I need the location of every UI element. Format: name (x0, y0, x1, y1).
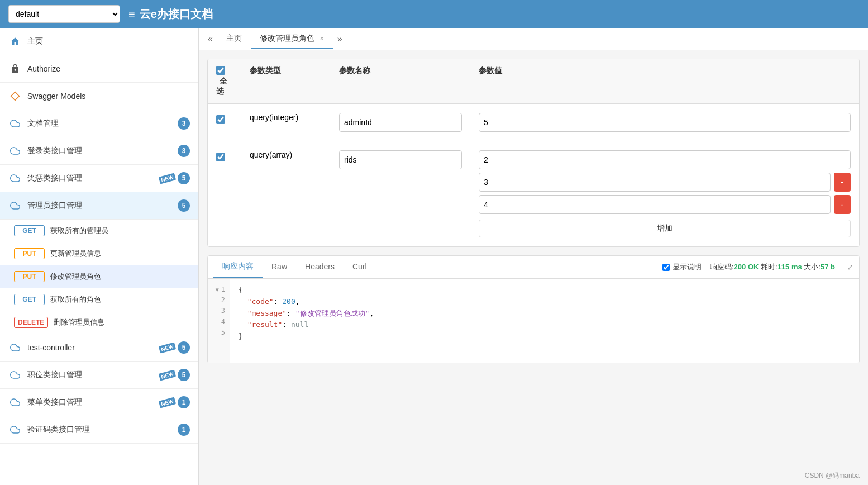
col-header-value: 参数值 (470, 59, 859, 103)
row1-checkbox[interactable] (216, 115, 225, 124)
home-icon (8, 35, 22, 48)
sidebar-item-test-label: test-controller (27, 343, 159, 352)
sidebar-item-test[interactable]: test-controller NEW 5 (0, 334, 198, 362)
namespace-select[interactable]: default (8, 5, 120, 23)
row2-type: query(array) (241, 147, 331, 163)
response-info: 显示说明 响应码:200 OK 耗时:115 ms 大小:57 b ⤢ (662, 262, 853, 272)
api-name-modify-role: 修改管理员角色 (50, 272, 101, 282)
tab-home[interactable]: 主页 (217, 29, 251, 49)
show-desc-checkbox[interactable] (662, 264, 670, 271)
tab-next-btn[interactable]: » (333, 34, 347, 44)
sidebar-item-doc-mgmt[interactable]: 文档管理 3 (0, 110, 198, 137)
code-block: ▼ 1 2 3 4 5 { "code": 200, "message": "修… (208, 279, 859, 363)
table-row: query(integer) (208, 104, 859, 141)
sidebar-item-verify-api[interactable]: 验证码类接口管理 1 (0, 416, 198, 444)
api-name-get-admins: 获取所有的管理员 (50, 226, 108, 236)
row1-name-input[interactable] (339, 113, 462, 132)
remove-btn-3[interactable]: - (834, 195, 851, 214)
sidebar-item-admin-label: 管理员接口管理 (27, 201, 178, 211)
array-input-3[interactable] (479, 195, 831, 214)
cloud-reward-icon (8, 172, 22, 185)
time-value: 115 ms (778, 263, 802, 271)
show-desc-label[interactable]: 显示说明 (662, 262, 702, 272)
main-layout: 主页 Authorize Swagger Models 文档管理 3 (0, 28, 868, 485)
array-value-row-2: - (479, 173, 851, 192)
cloud-test-icon (8, 341, 22, 354)
tab-active[interactable]: 修改管理员角色 × (251, 29, 333, 49)
api-name-delete-admin: 删除管理员信息 (54, 317, 104, 327)
row2-check-cell (208, 147, 241, 165)
line-num-1: ▼ 1 (212, 284, 225, 295)
menu-badge: 1 (178, 396, 190, 408)
api-item-put-admin-role[interactable]: PUT 修改管理员角色 (0, 265, 198, 288)
sidebar-item-reward-label: 奖惩类接口管理 (27, 173, 159, 183)
row1-type: query(integer) (241, 110, 331, 125)
api-item-get-admins[interactable]: GET 获取所有的管理员 (0, 220, 198, 242)
params-thead: 全选 参数类型 参数名称 参数值 (208, 59, 859, 104)
doc-badge: 3 (178, 117, 190, 130)
line-num-2: 2 (212, 295, 225, 306)
line-num-3: 3 (212, 306, 225, 316)
cloud-doc-icon (8, 117, 22, 130)
sidebar-item-admin-api[interactable]: 管理员接口管理 5 (0, 192, 198, 220)
array-values: - - 增加 (479, 150, 851, 237)
row1-name-cell (331, 110, 470, 135)
add-value-btn[interactable]: 增加 (479, 220, 851, 237)
response-tab-raw[interactable]: Raw (263, 256, 296, 278)
response-tab-curl[interactable]: Curl (344, 256, 376, 278)
table-row: query(array) - (208, 141, 859, 246)
method-get-1: GET (14, 225, 45, 236)
tab-home-label: 主页 (226, 34, 242, 42)
diamond-icon (8, 89, 22, 103)
sidebar-item-reward-api[interactable]: 奖惩类接口管理 NEW 5 (0, 165, 198, 192)
svg-marker-0 (11, 92, 20, 101)
api-item-put-admin-info[interactable]: PUT 更新管理员信息 (0, 242, 198, 265)
tabs-bar: « 主页 修改管理员角色 × » (199, 28, 868, 50)
sidebar-item-authorize-label: Authorize (27, 64, 190, 73)
sidebar-item-home[interactable]: 主页 (0, 28, 198, 55)
remove-btn-2[interactable]: - (834, 173, 851, 192)
col-header-type: 参数类型 (241, 59, 331, 103)
sidebar: 主页 Authorize Swagger Models 文档管理 3 (0, 28, 199, 485)
response-tab-content[interactable]: 响应内容 (213, 256, 263, 278)
sidebar-item-swagger-models[interactable]: Swagger Models (0, 83, 198, 110)
response-tabs: 响应内容 Raw Headers Curl 显示说明 响应码:200 OK 耗时… (208, 256, 859, 279)
content-area: « 主页 修改管理员角色 × » 全选 参数类型 参数名称 (199, 28, 868, 485)
api-item-delete-admin[interactable]: DELETE 删除管理员信息 (0, 311, 198, 334)
response-status-text: 响应码:200 OK 耗时:115 ms 大小:57 b (710, 262, 835, 272)
tab-close-btn[interactable]: × (320, 35, 324, 42)
sidebar-item-authorize[interactable]: Authorize (0, 55, 198, 83)
job-badge: 5 (178, 369, 190, 381)
tab-active-label: 修改管理员角色 (260, 34, 314, 42)
tab-prev-btn[interactable]: « (203, 34, 217, 44)
select-all-checkbox[interactable] (216, 66, 225, 75)
expand-icon[interactable]: ⤢ (847, 263, 853, 272)
line-arrow-1: ▼ (216, 286, 219, 294)
api-item-get-roles[interactable]: GET 获取所有的角色 (0, 288, 198, 311)
cloud-login-icon (8, 144, 22, 158)
row1-value-input[interactable] (479, 113, 851, 132)
login-badge: 3 (178, 145, 190, 157)
sidebar-item-home-label: 主页 (27, 36, 190, 46)
array-input-2[interactable] (479, 173, 831, 192)
array-value-row-3: - (479, 195, 851, 214)
sidebar-item-menu-label: 菜单类接口管理 (27, 397, 159, 407)
api-name-get-roles: 获取所有的角色 (50, 294, 101, 305)
array-input-1[interactable] (479, 150, 851, 169)
response-tab-headers[interactable]: Headers (296, 256, 344, 278)
row2-name-cell (331, 147, 470, 173)
sidebar-item-job-api[interactable]: 职位类接口管理 NEW 5 (0, 362, 198, 389)
method-put-2: PUT (14, 271, 45, 282)
sidebar-item-menu-api[interactable]: 菜单类接口管理 NEW 1 (0, 389, 198, 416)
method-delete-1: DELETE (14, 317, 48, 328)
code-content: { "code": 200, "message": "修改管理员角色成功", "… (230, 279, 859, 363)
row2-checkbox[interactable] (216, 153, 225, 161)
sidebar-item-verify-label: 验证码类接口管理 (27, 425, 178, 435)
sidebar-item-login-api[interactable]: 登录类接口管理 3 (0, 137, 198, 165)
new-badge-reward: NEW (158, 173, 176, 184)
array-value-row-1 (479, 150, 851, 169)
params-table: 全选 参数类型 参数名称 参数值 query(integer) (207, 59, 860, 247)
row1-value-cell (470, 110, 859, 135)
new-badge-test: NEW (158, 342, 176, 353)
row2-name-input[interactable] (339, 150, 462, 169)
